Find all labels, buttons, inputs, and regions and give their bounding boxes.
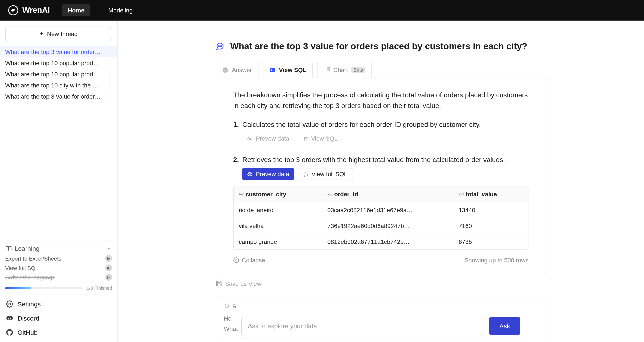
thread-item[interactable]: What are the top 3 value for order… ⋮ — [0, 46, 117, 57]
thread-item[interactable]: What are the top 3 value for order… ⋮ — [0, 91, 117, 102]
github-link[interactable]: GitHub — [0, 325, 117, 339]
type-tag: A-Z — [327, 193, 332, 197]
fx-icon: fx — [304, 170, 308, 177]
svg-point-11 — [250, 173, 252, 175]
learning-title: Learning — [14, 245, 40, 252]
col-name: total_value — [466, 191, 497, 197]
learning-item-label: Switch the language — [5, 274, 55, 280]
discord-icon — [6, 314, 13, 322]
sidebar-footer-links: Settings Discord GitHub — [0, 294, 117, 342]
learning-item[interactable]: Switch the language ▶ — [5, 273, 112, 282]
play-icon: ▶ — [105, 264, 112, 271]
wren-bird-icon — [8, 5, 19, 16]
summary-text: The breakdown simplifies the process of … — [233, 90, 528, 111]
col-name: order_id — [334, 191, 358, 197]
thread-label: What are the top 10 popular prod… — [5, 60, 106, 66]
chevron-up-circle-icon — [233, 257, 239, 263]
tab-chart[interactable]: Chart Beta — [317, 62, 372, 78]
save-icon — [216, 280, 222, 287]
nav-modeling[interactable]: Modeling — [102, 4, 139, 16]
chat-bubble-icon — [216, 42, 224, 51]
discord-label: Discord — [18, 314, 39, 322]
view-sql-button[interactable]: fx View SQL — [299, 133, 343, 144]
type-tag: 123 — [458, 193, 464, 197]
thread-item[interactable]: What are the top 10 popular prod… ⋮ — [0, 57, 117, 69]
preview-data-table: A-Zcustomer_city A-Zorder_id 123total_va… — [233, 186, 528, 250]
col-name: customer_city — [246, 191, 286, 197]
learning-panel: Learning Export to Excel/Sheets ▶ View f… — [0, 240, 117, 294]
table-row: vila velha 736e1922ae60d0d6a89247b… 7160 — [234, 218, 528, 234]
thread-more-icon[interactable]: ⋮ — [106, 48, 114, 55]
binoculars-icon — [247, 171, 253, 177]
sidebar: + New thread What are the top 3 value fo… — [0, 21, 118, 342]
column-header[interactable]: 123total_value — [453, 186, 528, 202]
svg-point-12 — [234, 258, 238, 262]
save-as-view-button[interactable]: Save as View — [216, 280, 261, 287]
learning-item[interactable]: View full SQL ▶ — [5, 263, 112, 273]
book-icon — [5, 245, 12, 252]
learning-header[interactable]: Learning — [5, 245, 112, 252]
discord-link[interactable]: Discord — [0, 311, 117, 325]
thread-item[interactable]: What are the top 10 popular prod… ⋮ — [0, 69, 117, 80]
rec-title: R — [232, 303, 237, 310]
cell: 6735 — [453, 234, 528, 249]
nav-home[interactable]: Home — [62, 4, 90, 16]
svg-point-9 — [250, 138, 252, 140]
rows-note: Showing up to 500 rows — [464, 256, 528, 263]
tab-answer-label: Answer — [232, 66, 252, 73]
thread-list: What are the top 3 value for order… ⋮ Wh… — [0, 45, 117, 104]
thread-label: What are the top 10 city with the … — [5, 82, 106, 89]
tab-view-sql-label: View SQL — [279, 66, 306, 73]
learning-progress: 1/3 Finished — [5, 285, 112, 291]
pie-chart-icon — [324, 67, 330, 73]
thread-more-icon[interactable]: ⋮ — [106, 93, 114, 100]
terminal-icon — [269, 67, 275, 73]
collapse-label: Collapse — [242, 256, 265, 263]
view-full-sql-button[interactable]: fx View full SQL — [299, 168, 353, 180]
collapse-button[interactable]: Collapse — [233, 256, 265, 263]
preview-data-label: Prevew data — [256, 170, 289, 177]
svg-point-8 — [248, 138, 250, 140]
step-item: 1. Calculates the total value of orders … — [233, 121, 528, 128]
ask-bar: Ask — [240, 314, 522, 338]
table-footer: Collapse Showing up to 500 rows — [233, 254, 528, 263]
svg-point-2 — [9, 303, 11, 305]
step-number: 1. — [233, 121, 239, 128]
thread-more-icon[interactable]: ⋮ — [106, 82, 114, 89]
tab-answer[interactable]: Answer — [216, 62, 258, 78]
view-full-sql-label: View full SQL — [312, 170, 348, 177]
ask-input[interactable] — [241, 317, 483, 335]
learning-item-label: View full SQL — [5, 265, 38, 271]
thread-item[interactable]: What are the top 10 city with the … ⋮ — [0, 80, 117, 91]
new-thread-button[interactable]: + New thread — [5, 27, 112, 41]
table-row: campo grande 0812eb902a67711a1cb742b… 67… — [234, 234, 528, 249]
beta-badge: Beta — [352, 67, 366, 73]
column-header[interactable]: A-Zorder_id — [322, 186, 454, 202]
tab-view-sql[interactable]: View SQL — [262, 62, 313, 78]
learning-item-label: Export to Excel/Sheets — [5, 255, 62, 262]
view-sql-label: View SQL — [311, 135, 338, 142]
new-thread-label: New thread — [47, 31, 78, 37]
learning-item[interactable]: Export to Excel/Sheets ▶ — [5, 254, 112, 263]
gear-icon — [6, 300, 13, 308]
table-row: rio de janeiro 03caa2c082116e1d31e67e9a…… — [234, 202, 528, 218]
thread-more-icon[interactable]: ⋮ — [106, 71, 114, 78]
question-header: What are the top 3 value for orders plac… — [216, 41, 546, 51]
svg-point-5 — [221, 46, 222, 47]
settings-link[interactable]: Settings — [0, 297, 117, 311]
step-number: 2. — [233, 156, 239, 163]
preview-data-button[interactable]: Prevew data — [242, 133, 294, 144]
sql-panel: The breakdown simplifies the process of … — [216, 78, 546, 274]
ask-button[interactable]: Ask — [489, 317, 520, 335]
column-header[interactable]: A-Zcustomer_city — [234, 186, 322, 202]
type-tag: A-Z — [239, 193, 244, 197]
cell: 03caa2c082116e1d31e67e9a… — [322, 202, 454, 218]
step-text: Retrieves the top 3 orders with the high… — [242, 156, 505, 163]
github-icon — [6, 329, 13, 336]
check-circle-icon — [222, 67, 228, 73]
preview-data-button[interactable]: Prevew data — [242, 168, 294, 180]
svg-point-3 — [218, 46, 219, 47]
fx-icon: fx — [304, 135, 308, 142]
thread-more-icon[interactable]: ⋮ — [106, 60, 114, 66]
binoculars-icon — [247, 135, 253, 141]
